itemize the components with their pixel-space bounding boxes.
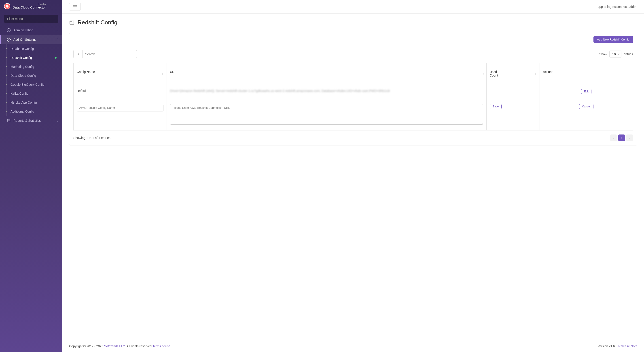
chevron-down-icon: ⌄ <box>56 119 58 122</box>
active-indicator-icon <box>55 57 56 59</box>
toggle-sidebar-button[interactable] <box>69 3 81 11</box>
window-icon <box>69 20 74 25</box>
pagination: ‹ 1 › <box>610 135 633 141</box>
nav-administration[interactable]: Administration ⌄ <box>0 26 62 35</box>
info-icon <box>7 28 11 32</box>
config-name-input[interactable] <box>77 104 164 111</box>
sort-icon: ↓↑ <box>482 72 484 75</box>
brand-main: Data Cloud Connector <box>12 6 46 10</box>
sort-icon: ↓↑ <box>535 72 537 75</box>
footer: Copyright © 2017 - 2023 Softtrends LLC. … <box>62 340 644 352</box>
sidebar-header: Heroku Data Cloud Connector <box>0 0 62 13</box>
release-note-link[interactable]: Release Note <box>618 344 637 348</box>
sidebar-item-redshift-config[interactable]: Redshift Config <box>6 53 62 62</box>
nav: Administration ⌄ Add-On Settings ⌃ Datab… <box>0 26 62 352</box>
version-text: Version v1.6.0 <box>598 344 618 348</box>
col-config-name[interactable]: Config Name↓↑ <box>74 63 167 84</box>
search-input[interactable] <box>82 50 137 58</box>
svg-point-3 <box>8 39 10 40</box>
filter-menu-input[interactable] <box>4 15 58 23</box>
entries-select[interactable]: 10 <box>609 51 622 58</box>
add-new-config-button[interactable]: Add New Redshift Config <box>594 36 633 43</box>
copyright-text: Copyright © 2017 - 2023 <box>69 344 104 348</box>
logo-icon <box>4 3 10 10</box>
connection-url-textarea[interactable] <box>170 104 483 125</box>
page-1-button[interactable]: 1 <box>618 135 625 141</box>
edit-button[interactable]: Edit <box>581 89 592 94</box>
terms-link[interactable]: Terms of use <box>152 344 170 348</box>
chevron-up-icon: ⌃ <box>56 38 58 41</box>
gear-icon <box>7 38 11 42</box>
config-table: Config Name↓↑ URL↓↑ Used Count↓↑ Actions… <box>73 63 633 130</box>
sidebar: Heroku Data Cloud Connector Administrati… <box>0 0 62 352</box>
sidebar-item-heroku-app-config[interactable]: Heroku App Config <box>6 98 62 107</box>
page-header: Redshift Config <box>62 14 644 33</box>
config-panel: Add New Redshift Config Show 10 entries <box>69 33 637 145</box>
page-next-button[interactable]: › <box>626 135 633 141</box>
cell-count: 0 <box>486 84 540 99</box>
sidebar-item-marketing-config[interactable]: Marketing Config <box>6 62 62 71</box>
sidebar-item-additional-config[interactable]: Additional Config <box>6 107 62 116</box>
entries-label: entries <box>624 52 633 56</box>
main: app-using-mcconnect-addon Redshift Confi… <box>62 0 644 352</box>
nav-label: Reports & Statistics <box>14 119 41 122</box>
cancel-button[interactable]: Cancel <box>579 104 593 109</box>
search-icon <box>73 50 82 58</box>
save-button[interactable]: Save <box>490 104 502 109</box>
svg-point-13 <box>72 21 72 22</box>
col-actions: Actions <box>540 63 633 84</box>
sidebar-item-database-config[interactable]: Database Config <box>6 44 62 53</box>
topbar: app-using-mcconnect-addon <box>62 0 644 14</box>
report-icon <box>7 119 11 123</box>
sidebar-item-data-cloud-config[interactable]: Data Cloud Config <box>6 71 62 80</box>
svg-rect-4 <box>8 119 10 122</box>
table-footer-info: Showing 1 to 1 of 1 entries <box>73 136 110 140</box>
sidebar-item-bigquery-config[interactable]: Google BigQuery Config <box>6 80 62 89</box>
sidebar-item-kafka-config[interactable]: Kafka Config <box>6 89 62 98</box>
cell-name: Default <box>74 84 167 99</box>
company-link[interactable]: Softtrends LLC <box>104 344 125 348</box>
nav-label: Administration <box>14 29 33 32</box>
sort-icon: ↓↑ <box>162 72 164 75</box>
svg-line-15 <box>78 55 79 55</box>
nav-label: Add-On Settings <box>14 38 36 41</box>
nav-reports[interactable]: Reports & Statistics ⌄ <box>0 116 62 125</box>
svg-point-11 <box>70 21 71 22</box>
show-label: Show <box>599 52 607 56</box>
nav-addon-settings[interactable]: Add-On Settings ⌃ <box>0 35 62 44</box>
page-prev-button[interactable]: ‹ <box>610 135 617 141</box>
col-used-count[interactable]: Used Count↓↑ <box>486 63 540 84</box>
app-name-label: app-using-mcconnect-addon <box>598 5 637 9</box>
new-row: Save Cancel <box>74 99 633 130</box>
cell-url: Driver={Amazon Redshift (x64)}; Server=r… <box>166 84 486 99</box>
chevron-down-icon: ⌄ <box>56 29 58 32</box>
svg-point-14 <box>77 53 79 55</box>
page-title: Redshift Config <box>78 19 118 26</box>
col-url[interactable]: URL↓↑ <box>166 63 486 84</box>
table-row: Default Driver={Amazon Redshift (x64)}; … <box>74 84 633 99</box>
